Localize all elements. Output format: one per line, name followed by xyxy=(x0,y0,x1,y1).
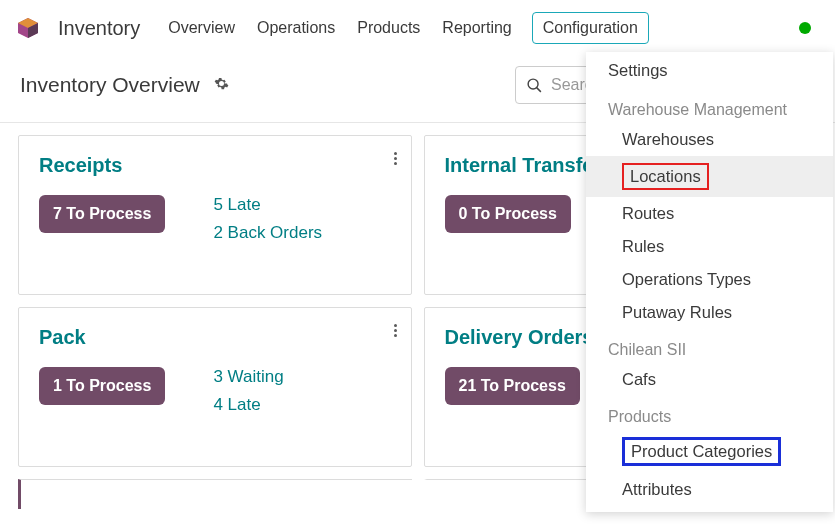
app-title[interactable]: Inventory xyxy=(58,17,140,40)
menu-settings[interactable]: Settings xyxy=(586,52,833,89)
menu-header-products: Products xyxy=(586,396,833,430)
menu-putaway-rules[interactable]: Putaway Rules xyxy=(586,296,833,329)
card-title[interactable]: Receipts xyxy=(39,154,391,177)
menu-product-categories-label: Product Categories xyxy=(622,437,781,466)
status-indicator-icon xyxy=(799,22,811,34)
menu-header-chilean-sii: Chilean SII xyxy=(586,329,833,363)
stat-backorders[interactable]: 2 Back Orders xyxy=(213,223,322,243)
menu-operations-types[interactable]: Operations Types xyxy=(586,263,833,296)
svg-point-3 xyxy=(528,79,538,89)
menu-product-categories[interactable]: Product Categories xyxy=(586,430,833,473)
stat-late[interactable]: 5 Late xyxy=(213,195,322,215)
menu-cafs[interactable]: Cafs xyxy=(586,363,833,396)
svg-line-4 xyxy=(537,87,541,91)
nav-reporting[interactable]: Reporting xyxy=(440,13,513,43)
nav-configuration[interactable]: Configuration xyxy=(532,12,649,44)
menu-routes[interactable]: Routes xyxy=(586,197,833,230)
configuration-dropdown: Settings Warehouse Management Warehouses… xyxy=(586,52,833,512)
menu-warehouses[interactable]: Warehouses xyxy=(586,123,833,156)
stat-waiting[interactable]: 3 Waiting xyxy=(213,367,283,387)
top-navbar: Inventory Overview Operations Products R… xyxy=(0,0,835,56)
kebab-icon[interactable] xyxy=(394,152,397,165)
process-badge[interactable]: 1 To Process xyxy=(39,367,165,405)
nav-overview[interactable]: Overview xyxy=(166,13,237,43)
process-badge[interactable]: 0 To Process xyxy=(445,195,571,233)
process-badge[interactable]: 21 To Process xyxy=(445,367,580,405)
page-title: Inventory Overview xyxy=(20,73,200,97)
menu-header-warehouse: Warehouse Management xyxy=(586,89,833,123)
app-logo-icon xyxy=(16,16,40,40)
stat-late[interactable]: 4 Late xyxy=(213,395,283,415)
card-receipts: Receipts 7 To Process 5 Late 2 Back Orde… xyxy=(18,135,412,295)
menu-rules[interactable]: Rules xyxy=(586,230,833,263)
card-title[interactable]: Pack xyxy=(39,326,391,349)
card-pack: Pack 1 To Process 3 Waiting 4 Late xyxy=(18,307,412,467)
menu-attributes[interactable]: Attributes xyxy=(586,473,833,506)
search-icon xyxy=(526,77,543,94)
menu-locations[interactable]: Locations xyxy=(586,156,833,197)
process-badge[interactable]: 7 To Process xyxy=(39,195,165,233)
nav-products[interactable]: Products xyxy=(355,13,422,43)
kebab-icon[interactable] xyxy=(394,324,397,337)
menu-locations-label: Locations xyxy=(622,163,709,190)
gear-icon[interactable] xyxy=(214,76,229,95)
card-stub xyxy=(18,479,412,509)
nav-operations[interactable]: Operations xyxy=(255,13,337,43)
